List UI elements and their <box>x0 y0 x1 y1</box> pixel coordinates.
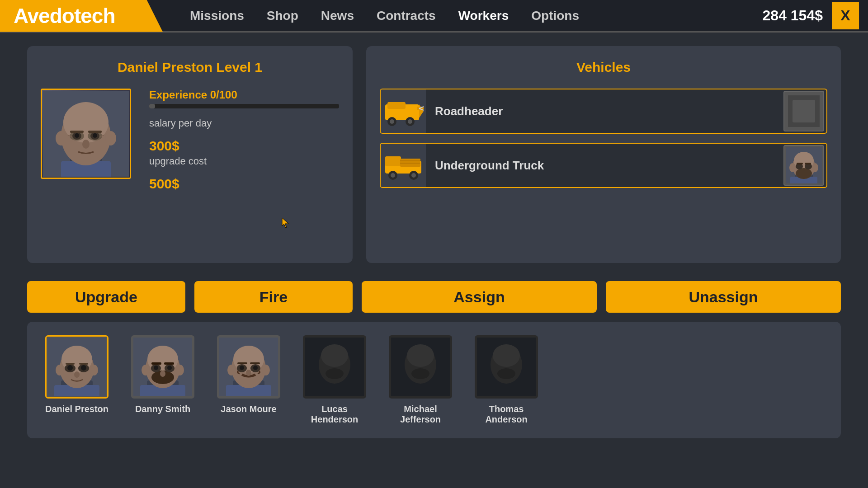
worker-card-lucas[interactable]: Lucas Henderson <box>303 335 366 425</box>
svg-point-57 <box>90 365 98 375</box>
danny-card-name: Danny Smith <box>135 404 190 414</box>
experience-bar-fill <box>149 104 155 108</box>
svg-point-76 <box>167 366 172 370</box>
truck-worker-portrait <box>786 147 822 183</box>
svg-point-89 <box>240 366 244 370</box>
jason-portrait-card <box>217 335 280 399</box>
vehicle-row-underground-truck[interactable]: Underground Truck <box>380 143 827 188</box>
svg-rect-91 <box>237 362 247 364</box>
workers-list-panel: Daniel Preston Dan <box>27 322 841 438</box>
left-action-buttons: Upgrade Fire <box>27 281 353 313</box>
svg-point-11 <box>75 133 79 138</box>
worker-portrait-img <box>42 90 130 178</box>
experience-label: Experience 0/100 <box>149 89 339 101</box>
svg-rect-78 <box>164 362 174 365</box>
svg-point-12 <box>93 133 97 138</box>
salary-label: salary per day <box>149 117 339 129</box>
daniel-card-art <box>47 338 106 396</box>
svg-point-96 <box>321 344 348 367</box>
svg-point-61 <box>81 365 86 371</box>
experience-bar-bg <box>149 104 339 108</box>
svg-rect-62 <box>66 363 75 365</box>
empty-slot-icon <box>788 95 820 127</box>
svg-point-35 <box>411 173 416 178</box>
worker-card-daniel[interactable]: Daniel Preston <box>45 335 108 414</box>
svg-point-72 <box>176 365 184 375</box>
lucas-card-art <box>305 338 364 396</box>
assign-button[interactable]: Assign <box>362 281 597 313</box>
unassign-button[interactable]: Unassign <box>606 281 841 313</box>
svg-point-21 <box>390 119 394 124</box>
lucas-card-name: Lucas Henderson <box>311 404 358 425</box>
svg-rect-13 <box>70 131 84 133</box>
svg-point-85 <box>227 365 236 375</box>
jason-card-art <box>219 338 278 396</box>
roadheader-thumbnail <box>381 89 426 134</box>
svg-point-75 <box>154 366 158 370</box>
main-panels: Daniel Preston Level 1 <box>0 33 868 277</box>
worker-detail-panel: Daniel Preston Level 1 <box>27 46 353 263</box>
nav-options[interactable]: Options <box>531 9 579 23</box>
logo: Avedotech <box>0 0 163 32</box>
underground-truck-name: Underground Truck <box>426 159 781 173</box>
svg-point-15 <box>82 140 90 149</box>
worker-stats: Experience 0/100 salary per day 300$ upg… <box>149 89 339 193</box>
action-buttons-row: Upgrade Fire Assign Unassign <box>0 281 868 313</box>
top-nav: Avedotech Missions Shop News Contracts W… <box>0 0 868 33</box>
svg-rect-63 <box>79 363 88 365</box>
danny-portrait-card <box>131 335 194 399</box>
svg-point-93 <box>246 370 251 376</box>
svg-point-33 <box>391 173 395 178</box>
svg-point-79 <box>160 371 165 377</box>
roadheader-worker-slot <box>783 91 824 131</box>
underground-truck-worker-slot <box>783 145 824 186</box>
upgrade-cost-label: upgrade cost <box>149 155 339 167</box>
svg-rect-36 <box>400 159 420 167</box>
upgrade-button[interactable]: Upgrade <box>27 281 185 313</box>
truck-art <box>383 150 424 181</box>
nav-right: 284 154$ X <box>763 2 868 29</box>
thomas-card-name: Thomas Anderson <box>485 404 527 425</box>
danny-card-art <box>133 338 192 396</box>
vehicles-panel: Vehicles Roadheader <box>366 46 841 263</box>
worker-card-jason[interactable]: Jason Moure <box>217 335 280 414</box>
svg-rect-31 <box>385 156 401 166</box>
svg-rect-50 <box>805 163 811 164</box>
close-button[interactable]: X <box>832 2 859 29</box>
nav-news[interactable]: News <box>321 9 354 23</box>
nav-workers[interactable]: Workers <box>458 9 509 23</box>
thomas-portrait-card <box>475 335 538 399</box>
worker-card-danny[interactable]: Danny Smith <box>131 335 194 414</box>
worker-card-thomas[interactable]: Thomas Anderson <box>475 335 538 425</box>
svg-point-45 <box>789 163 796 172</box>
jason-card-name: Jason Moure <box>221 404 276 414</box>
nav-links: Missions Shop News Contracts Workers Opt… <box>163 9 763 23</box>
svg-point-100 <box>407 344 434 367</box>
svg-point-86 <box>262 365 270 375</box>
worker-card-michael[interactable]: Michael Jefferson <box>389 335 452 425</box>
fire-button[interactable]: Fire <box>194 281 353 313</box>
nav-shop[interactable]: Shop <box>267 9 298 23</box>
svg-point-97 <box>326 368 344 379</box>
underground-truck-thumbnail <box>381 143 426 188</box>
thomas-card-art <box>477 338 536 396</box>
nav-contracts[interactable]: Contracts <box>377 9 436 23</box>
vehicle-row-roadheader[interactable]: Roadheader <box>380 89 827 134</box>
svg-point-104 <box>493 344 520 367</box>
svg-rect-49 <box>797 163 803 164</box>
svg-rect-29 <box>793 100 815 122</box>
svg-point-5 <box>56 131 66 145</box>
svg-point-44 <box>796 168 812 179</box>
svg-point-71 <box>142 365 150 375</box>
svg-rect-77 <box>151 362 161 365</box>
salary-value: 300$ <box>149 138 339 154</box>
nav-missions[interactable]: Missions <box>190 9 244 23</box>
svg-rect-92 <box>250 362 260 364</box>
daniel-card-name: Daniel Preston <box>45 404 108 414</box>
svg-point-101 <box>411 368 429 379</box>
worker-detail-title: Daniel Preston Level 1 <box>41 60 339 75</box>
logo-text: Avedotech <box>14 4 115 28</box>
svg-point-105 <box>497 368 515 379</box>
daniel-portrait-svg <box>43 91 129 177</box>
svg-point-23 <box>408 119 412 124</box>
